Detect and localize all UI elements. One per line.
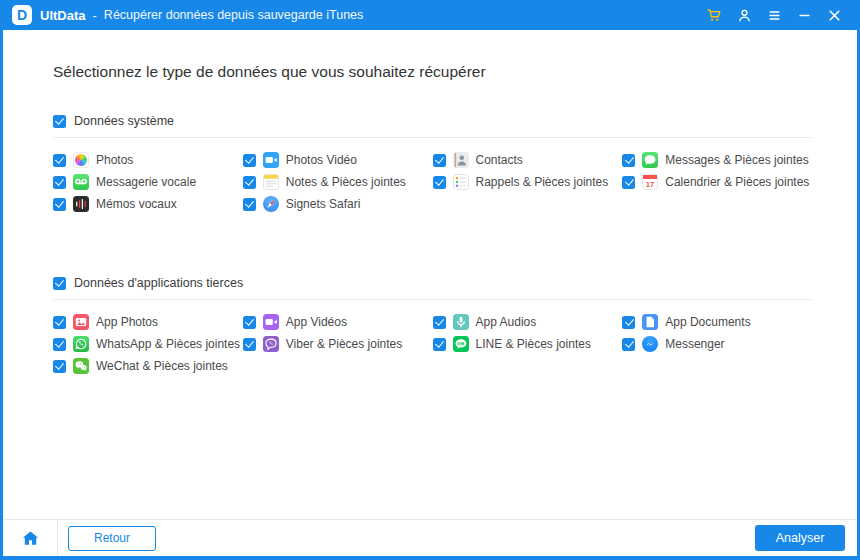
titlebar-controls: [697, 2, 847, 28]
checkbox[interactable]: [53, 316, 66, 329]
data-type-item[interactable]: Viber & Pièces jointes: [243, 333, 433, 355]
third-party-data-grid: App PhotosApp VidéosApp AudiosApp Docume…: [53, 311, 812, 377]
data-type-item[interactable]: Messagerie vocale: [53, 171, 243, 193]
content-panel: Sélectionnez le type de données que vous…: [3, 30, 857, 556]
ultdata-logo-icon: D: [12, 5, 32, 25]
app-audios-icon: [453, 314, 469, 330]
checkbox[interactable]: [433, 176, 446, 189]
data-type-label: Viber & Pièces jointes: [286, 337, 403, 351]
data-type-item[interactable]: Messages & Pièces jointes: [622, 149, 812, 171]
checkbox[interactable]: [243, 316, 256, 329]
footer-bar: Retour Analyser: [3, 519, 857, 556]
section-system-data: Données système PhotosPhotos VidéoContac…: [53, 114, 812, 215]
checkbox[interactable]: [622, 154, 635, 167]
data-type-label: Contacts: [476, 153, 523, 167]
section-label: Données système: [74, 114, 174, 128]
checkbox[interactable]: [53, 176, 66, 189]
main-area: Sélectionnez le type de données que vous…: [3, 30, 857, 519]
reminders-icon: [453, 174, 469, 190]
checkbox[interactable]: [243, 198, 256, 211]
app-name: UltData: [40, 8, 86, 23]
data-type-label: App Documents: [665, 315, 750, 329]
checkbox[interactable]: [53, 154, 66, 167]
cart-icon[interactable]: [701, 2, 727, 28]
line-icon: [453, 336, 469, 352]
checkbox[interactable]: [53, 198, 66, 211]
data-type-label: WeChat & Pièces jointes: [96, 359, 228, 373]
data-type-label: Notes & Pièces jointes: [286, 175, 406, 189]
data-type-item[interactable]: WhatsApp & Pièces jointes: [53, 333, 243, 355]
whatsapp-icon: [73, 336, 89, 352]
checkbox[interactable]: [243, 176, 256, 189]
titlebar: D UltData - Récupérer données depuis sau…: [3, 0, 857, 30]
data-type-label: WhatsApp & Pièces jointes: [96, 337, 240, 351]
data-type-item[interactable]: Rappels & Pièces jointes: [433, 171, 623, 193]
data-type-item[interactable]: App Vidéos: [243, 311, 433, 333]
checkbox[interactable]: [622, 316, 635, 329]
voicemail-icon: [73, 174, 89, 190]
voice-memos-icon: [73, 196, 89, 212]
checkbox[interactable]: [622, 338, 635, 351]
safari-icon: [263, 196, 279, 212]
data-type-label: App Photos: [96, 315, 158, 329]
data-type-label: Photos Vidéo: [286, 153, 357, 167]
data-type-item[interactable]: Photos: [53, 149, 243, 171]
checkbox[interactable]: [53, 360, 66, 373]
photos-video-icon: [263, 152, 279, 168]
data-type-label: Messagerie vocale: [96, 175, 196, 189]
data-type-item[interactable]: App Audios: [433, 311, 623, 333]
data-type-item[interactable]: LINE & Pièces jointes: [433, 333, 623, 355]
section-header: Données système: [53, 114, 812, 138]
analyze-button[interactable]: Analyser: [755, 525, 845, 551]
wechat-icon: [73, 358, 89, 374]
data-type-label: Messenger: [665, 337, 724, 351]
data-type-item[interactable]: Notes & Pièces jointes: [243, 171, 433, 193]
contacts-icon: [453, 152, 469, 168]
photos-icon: [73, 152, 89, 168]
close-icon[interactable]: [821, 2, 847, 28]
checkbox[interactable]: [622, 176, 635, 189]
account-icon[interactable]: [731, 2, 757, 28]
calendar-icon: 17: [642, 174, 658, 190]
app-window: D UltData - Récupérer données depuis sau…: [0, 0, 860, 560]
menu-icon[interactable]: [761, 2, 787, 28]
data-type-label: LINE & Pièces jointes: [476, 337, 591, 351]
section-checkbox[interactable]: [53, 277, 66, 290]
data-type-item[interactable]: Signets Safari: [243, 193, 433, 215]
checkbox[interactable]: [53, 338, 66, 351]
svg-text:17: 17: [646, 180, 654, 189]
data-type-item[interactable]: Messenger: [622, 333, 812, 355]
checkbox[interactable]: [433, 154, 446, 167]
data-type-label: App Vidéos: [286, 315, 347, 329]
checkbox[interactable]: [433, 338, 446, 351]
section-third-party-data: Données d'applications tierces App Photo…: [53, 276, 812, 377]
section-header: Données d'applications tierces: [53, 276, 812, 300]
checkbox[interactable]: [433, 316, 446, 329]
home-button[interactable]: [3, 520, 58, 556]
data-type-label: App Audios: [476, 315, 537, 329]
section-label: Données d'applications tierces: [74, 276, 243, 290]
data-type-item[interactable]: 17Calendrier & Pièces jointes: [622, 171, 812, 193]
messenger-icon: [642, 336, 658, 352]
app-documents-icon: [642, 314, 658, 330]
data-type-item[interactable]: WeChat & Pièces jointes: [53, 355, 243, 377]
data-type-label: Signets Safari: [286, 197, 361, 211]
data-type-item[interactable]: Mémos vocaux: [53, 193, 243, 215]
data-type-item[interactable]: Photos Vidéo: [243, 149, 433, 171]
data-type-label: Calendrier & Pièces jointes: [665, 175, 809, 189]
data-type-item[interactable]: App Documents: [622, 311, 812, 333]
data-type-label: Messages & Pièces jointes: [665, 153, 808, 167]
checkbox[interactable]: [243, 338, 256, 351]
app-photos-icon: [73, 314, 89, 330]
data-type-item[interactable]: Contacts: [433, 149, 623, 171]
home-icon: [21, 529, 40, 548]
back-button[interactable]: Retour: [68, 526, 156, 551]
minimize-icon[interactable]: [791, 2, 817, 28]
window-subtitle: Récupérer données depuis sauvegarde iTun…: [104, 8, 363, 22]
data-type-label: Mémos vocaux: [96, 197, 177, 211]
data-type-item[interactable]: App Photos: [53, 311, 243, 333]
checkbox[interactable]: [243, 154, 256, 167]
system-data-grid: PhotosPhotos VidéoContactsMessages & Piè…: [53, 149, 812, 215]
app-videos-icon: [263, 314, 279, 330]
section-checkbox[interactable]: [53, 115, 66, 128]
